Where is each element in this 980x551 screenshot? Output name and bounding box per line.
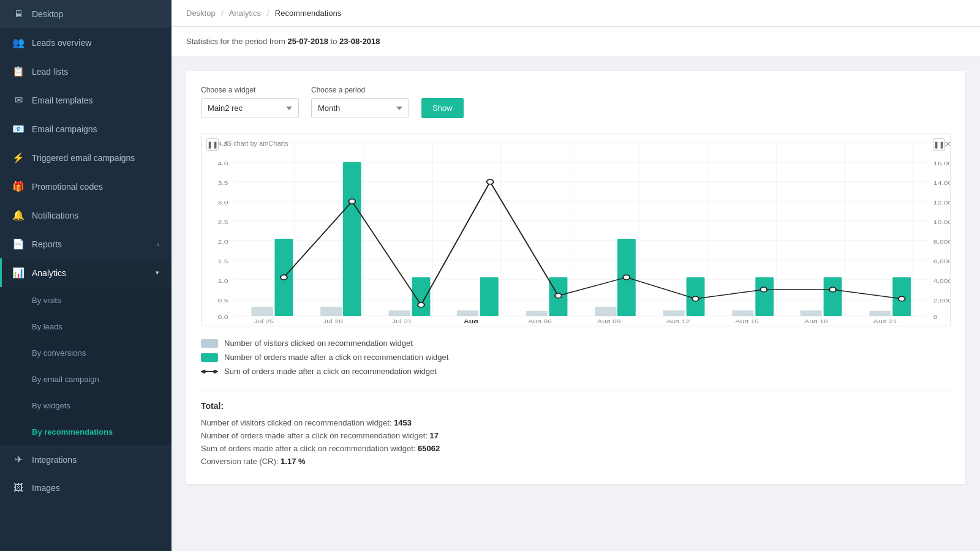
svg-text:0.5: 0.5	[217, 298, 228, 304]
svg-rect-48	[801, 310, 822, 316]
sidebar-item-integrations[interactable]: ✈ Integrations	[0, 445, 172, 474]
svg-point-68	[829, 287, 836, 292]
legend-sum: Sum of orders made after a click on reco…	[201, 367, 951, 376]
chart-watermark: JS chart by amCharts	[224, 140, 288, 147]
svg-point-63	[487, 179, 494, 184]
breadcrumb-desktop[interactable]: Desktop	[186, 9, 216, 18]
sidebar-item-by-recommendations[interactable]: By recommendations	[0, 419, 172, 445]
svg-rect-42	[389, 310, 410, 316]
svg-text:14,000: 14,000	[933, 180, 950, 186]
svg-rect-51	[343, 162, 361, 316]
sidebar-item-desktop[interactable]: 🖥 Desktop	[0, 0, 172, 28]
sidebar-item-triggered-email-campaigns[interactable]: ⚡ Triggered email campaigns	[0, 143, 172, 172]
svg-rect-45	[595, 307, 616, 316]
svg-text:Aug 12: Aug 12	[666, 318, 690, 323]
svg-point-61	[349, 199, 355, 204]
widget-label: Choose a widget	[201, 86, 299, 94]
sidebar-item-notifications[interactable]: 🔔 Notifications	[0, 201, 172, 230]
period-select[interactable]: Month	[311, 98, 409, 118]
period-label: Choose a period	[311, 86, 409, 94]
sidebar-item-images[interactable]: 🖼 Images	[0, 474, 172, 502]
sidebar-item-by-widgets[interactable]: By widgets	[0, 392, 172, 419]
chart-pause-button[interactable]: ❚❚	[206, 138, 219, 151]
widget-selector-group: Choose a widget Main2 rec	[201, 86, 299, 118]
svg-rect-41	[320, 307, 342, 316]
widget-select[interactable]: Main2 rec	[201, 98, 299, 118]
analytics-submenu: By visits By leads By conversions By ema…	[0, 287, 172, 445]
legend-sum-line	[201, 371, 218, 372]
sidebar-item-by-email-campaign[interactable]: By email campaign	[0, 366, 172, 392]
svg-text:16,000: 16,000	[933, 160, 950, 167]
email-templates-icon: ✉	[12, 94, 24, 106]
svg-text:12,000: 12,000	[933, 200, 950, 206]
svg-text:Jul 28: Jul 28	[323, 318, 343, 323]
totals-visitors-value: 1453	[394, 418, 412, 427]
integrations-icon: ✈	[12, 454, 24, 465]
notifications-icon: 🔔	[12, 209, 24, 221]
svg-text:4,000: 4,000	[933, 278, 950, 284]
chart-svg: .grid-line { stroke: #e5e8ec; stroke-wid…	[202, 133, 950, 323]
svg-rect-44	[526, 311, 548, 316]
sidebar-item-email-templates[interactable]: ✉ Email templates	[0, 86, 172, 114]
sidebar-item-lead-lists[interactable]: 📋 Lead lists	[0, 57, 172, 86]
email-campaigns-icon: 📧	[12, 123, 24, 135]
svg-text:6,000: 6,000	[933, 258, 950, 264]
svg-text:Aug 06: Aug 06	[528, 318, 552, 323]
sidebar-item-promotional-codes[interactable]: 🎁 Promotional codes	[0, 172, 172, 201]
totals-visitors: Number of visitors clicked on recommenda…	[201, 418, 951, 427]
svg-text:3.0: 3.0	[217, 200, 228, 206]
sidebar-item-analytics[interactable]: 📊 Analytics ▾	[0, 258, 172, 287]
leads-overview-icon: 👥	[12, 37, 24, 48]
sidebar-item-email-campaigns[interactable]: 📧 Email campaigns	[0, 114, 172, 143]
svg-point-69	[899, 296, 905, 301]
sidebar-item-by-conversions[interactable]: By conversions	[0, 340, 172, 366]
svg-rect-49	[869, 311, 891, 316]
chart-expand-button[interactable]: ❚❚	[933, 138, 945, 151]
svg-text:4.0: 4.0	[217, 160, 228, 167]
lead-lists-icon: 📋	[12, 66, 24, 77]
svg-point-67	[760, 287, 767, 292]
legend-orders-box	[201, 353, 218, 362]
sidebar: 🖥 Desktop 👥 Leads overview 📋 Lead lists …	[0, 0, 172, 551]
svg-point-64	[555, 293, 562, 298]
svg-point-60	[281, 275, 287, 280]
legend-orders: Number of orders made after a click on r…	[201, 353, 951, 362]
legend-visitors-box	[201, 339, 218, 348]
totals-orders: Number of orders made after a click on r…	[201, 431, 951, 440]
svg-text:3.5: 3.5	[217, 180, 228, 186]
promo-icon: 🎁	[12, 181, 24, 192]
images-icon: 🖼	[12, 482, 24, 493]
breadcrumb-current: Recommendations	[275, 9, 341, 18]
desktop-icon: 🖥	[12, 9, 24, 20]
sidebar-item-reports[interactable]: 📄 Reports ›	[0, 230, 172, 258]
svg-text:2.5: 2.5	[217, 219, 228, 225]
svg-text:8,000: 8,000	[933, 239, 950, 245]
reports-icon: 📄	[12, 238, 24, 250]
chart-legend: Number of visitors clicked on recommenda…	[201, 339, 951, 376]
sidebar-item-leads-overview[interactable]: 👥 Leads overview	[0, 28, 172, 57]
svg-text:Aug 09: Aug 09	[597, 318, 621, 323]
totals-sum-value: 65062	[418, 444, 440, 453]
totals-cr-value: 1.17 %	[281, 457, 305, 466]
svg-rect-47	[732, 310, 753, 316]
show-button[interactable]: Show	[421, 98, 464, 118]
svg-text:0: 0	[933, 314, 938, 320]
svg-rect-52	[412, 277, 431, 316]
triggered-icon: ⚡	[12, 152, 24, 163]
chart-container: ❚❚ JS chart by amCharts ❚❚ .grid-line { …	[201, 133, 951, 326]
breadcrumb-analytics[interactable]: Analytics	[229, 9, 261, 18]
svg-text:Aug 15: Aug 15	[735, 318, 759, 323]
analytics-chevron-icon: ▾	[156, 269, 159, 277]
svg-rect-53	[480, 277, 499, 316]
filter-form: Choose a widget Main2 rec Choose a perio…	[201, 86, 951, 118]
svg-point-62	[418, 302, 424, 307]
sidebar-item-by-leads[interactable]: By leads	[0, 313, 172, 340]
svg-text:2,000: 2,000	[933, 298, 950, 304]
main-content: Desktop / Analytics / Recommendations St…	[172, 0, 980, 551]
sidebar-item-by-visits[interactable]: By visits	[0, 287, 172, 313]
totals-cr: Conversion rate (CR): 1.17 %	[201, 457, 951, 466]
svg-rect-57	[755, 277, 774, 316]
totals-orders-value: 17	[430, 431, 439, 440]
topbar: Desktop / Analytics / Recommendations	[172, 0, 980, 27]
totals-section: Total: Number of visitors clicked on rec…	[201, 401, 951, 466]
